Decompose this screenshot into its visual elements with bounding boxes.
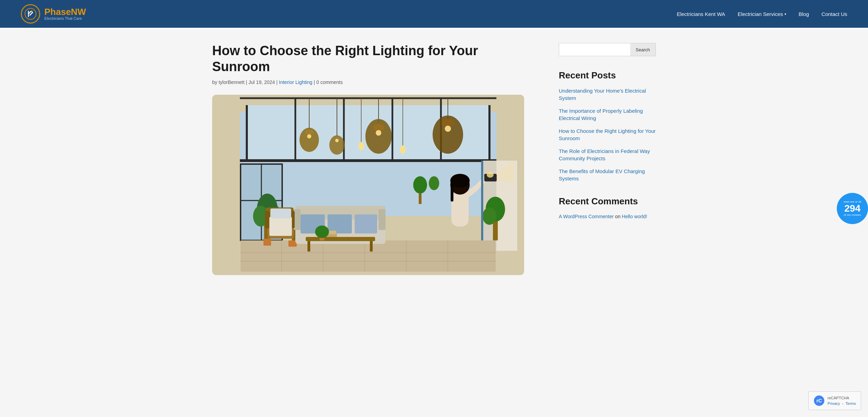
svg-point-1 [31, 10, 33, 12]
comment-post-link[interactable]: Hello world! [622, 214, 647, 219]
search-button[interactable]: Search [630, 43, 656, 56]
article-meta: by tylorBennett | Jul 19, 2024 | Interio… [212, 79, 538, 85]
svg-point-28 [305, 129, 313, 135]
svg-rect-72 [270, 209, 291, 218]
logo-tagline: Electricians That Care [44, 16, 86, 20]
review-badge-number: 294 [844, 204, 861, 213]
article-title: How to Choose the Right Lighting for You… [212, 43, 538, 75]
main-content: How to Choose the Right Lighting for You… [212, 43, 538, 275]
logo-brand: PhaseNW [44, 7, 86, 16]
svg-point-29 [307, 134, 311, 138]
nav-electricians-kent[interactable]: Electricians Kent WA [677, 11, 725, 17]
article-category[interactable]: Interior Lighting [279, 79, 313, 85]
svg-point-0 [25, 8, 36, 19]
comment-entry: A WordPress Commenter on Hello world! [559, 213, 656, 220]
nav-electrician-services[interactable]: Electrician Services ▾ [738, 11, 786, 17]
nav-blog[interactable]: Blog [799, 11, 809, 17]
page-wrapper: How to Choose the Right Lighting for You… [191, 29, 677, 289]
article-author: tylorBennett [219, 79, 245, 85]
recent-post-link-4[interactable]: The Role of Electricians in Federal Way … [559, 148, 650, 161]
logo-area[interactable]: PhaseNW Electricians That Care [21, 4, 86, 24]
svg-point-44 [445, 126, 451, 132]
svg-rect-78 [451, 181, 453, 202]
recent-comments-title: Recent Comments [559, 196, 656, 207]
svg-rect-62 [306, 237, 375, 241]
sidebar: Search Recent Posts Understanding Your H… [559, 43, 656, 275]
comment-author-link[interactable]: A WordPress Commenter [559, 214, 614, 219]
svg-rect-88 [419, 194, 422, 204]
svg-rect-61 [355, 214, 377, 233]
recent-post-link-5[interactable]: The Benefits of Modular EV Charging Syst… [559, 168, 645, 181]
list-item: The Benefits of Modular EV Charging Syst… [559, 168, 656, 182]
svg-rect-64 [370, 241, 373, 252]
svg-rect-18 [241, 240, 496, 272]
chevron-down-icon: ▾ [784, 12, 786, 16]
svg-point-35 [329, 135, 345, 155]
site-header: PhaseNW Electricians That Care Electrici… [0, 0, 868, 28]
svg-point-40 [400, 145, 406, 154]
logo-text: PhaseNW Electricians That Care [44, 7, 86, 20]
svg-rect-71 [269, 217, 292, 236]
svg-rect-63 [307, 241, 310, 252]
sunroom-svg [212, 95, 524, 275]
svg-point-36 [335, 139, 339, 142]
recent-posts-title: Recent Posts [559, 70, 656, 81]
list-item: The Importance of Properly Labeling Elec… [559, 107, 656, 122]
svg-point-87 [413, 176, 427, 194]
svg-point-74 [315, 225, 329, 238]
nav-contact[interactable]: Contact Us [822, 11, 847, 17]
list-item: The Role of Electricians in Federal Way … [559, 147, 656, 162]
svg-point-89 [429, 176, 439, 190]
search-box: Search [559, 43, 656, 56]
list-item: Understanding Your Home's Electrical Sys… [559, 87, 656, 102]
recent-post-link-3[interactable]: How to Choose the Right Lighting for You… [559, 128, 656, 141]
search-input[interactable] [559, 43, 630, 56]
list-item: How to Choose the Right Lighting for You… [559, 127, 656, 142]
article-image [212, 95, 524, 275]
svg-rect-90 [481, 161, 483, 240]
recent-post-link-2[interactable]: The Importance of Properly Labeling Elec… [559, 108, 643, 121]
svg-rect-49 [263, 239, 271, 246]
recent-posts-list: Understanding Your Home's Electrical Sys… [559, 87, 656, 182]
svg-rect-58 [379, 209, 385, 230]
main-nav: Electricians Kent WA Electrician Service… [677, 11, 847, 17]
article-comments: 0 comments [316, 79, 342, 85]
recent-post-link-1[interactable]: Understanding Your Home's Electrical Sys… [559, 88, 646, 101]
svg-point-33 [376, 130, 381, 136]
svg-point-86 [483, 207, 496, 225]
review-badge[interactable]: read one or all 294 of our reviews [837, 193, 868, 224]
svg-rect-60 [328, 214, 352, 233]
logo-icon [21, 4, 40, 24]
svg-point-82 [487, 172, 494, 178]
review-badge-text-bottom: of our reviews [844, 213, 861, 217]
svg-point-38 [358, 142, 364, 150]
article-date: Jul 19, 2024 [249, 79, 275, 85]
svg-rect-69 [265, 211, 270, 228]
